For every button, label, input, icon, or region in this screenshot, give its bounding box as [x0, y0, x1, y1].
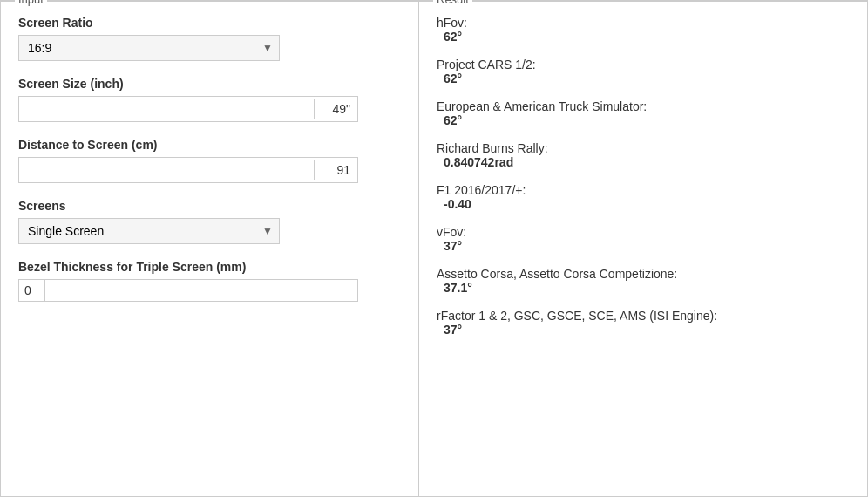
result-label-0: hFov: [437, 16, 850, 30]
screens-group: Screens Single Screen Triple Screen ▼ [18, 199, 401, 244]
distance-label: Distance to Screen (cm) [18, 138, 401, 152]
screens-select-wrapper: Single Screen Triple Screen ▼ [18, 218, 280, 244]
screen-size-group: Screen Size (inch) 49" [18, 77, 401, 122]
distance-group: Distance to Screen (cm) 91 [18, 138, 401, 183]
result-value-1: 62° [437, 71, 850, 85]
result-item-7: rFactor 1 & 2, GSC, GSCE, SCE, AMS (ISI … [437, 309, 850, 337]
right-panel: Result hFov:62°Project CARS 1/2:62°Europ… [419, 1, 867, 496]
result-item-4: F1 2016/2017/+:-0.40 [437, 183, 850, 211]
screen-ratio-group: Screen Ratio 16:9 21:9 4:3 5:4 ▼ [18, 16, 401, 61]
result-label-1: Project CARS 1/2: [437, 58, 850, 71]
result-value-6: 37.1° [437, 281, 850, 295]
screen-ratio-label: Screen Ratio [18, 16, 401, 30]
distance-value[interactable]: 91 [314, 160, 357, 180]
input-panel-title: Input [15, 0, 47, 6]
result-label-5: vFov: [437, 225, 850, 239]
result-item-5: vFov:37° [437, 225, 850, 253]
screen-ratio-select[interactable]: 16:9 21:9 4:3 5:4 [18, 35, 280, 61]
result-label-4: F1 2016/2017/+: [437, 183, 850, 197]
left-panel: Input Screen Ratio 16:9 21:9 4:3 5:4 ▼ S… [1, 1, 419, 496]
screen-size-value[interactable]: 49" [314, 99, 357, 119]
result-label-6: Assetto Corsa, Assetto Corsa Competizion… [437, 267, 850, 281]
bezel-label: Bezel Thickness for Triple Screen (mm) [18, 260, 401, 274]
result-item-3: Richard Burns Rally:0.840742rad [437, 141, 850, 169]
result-item-1: Project CARS 1/2:62° [437, 58, 850, 85]
result-value-3: 0.840742rad [437, 155, 850, 169]
distance-input-wrapper: 91 [18, 157, 358, 183]
bezel-prefix: 0 [19, 280, 45, 301]
screen-size-input-wrapper: 49" [18, 96, 358, 122]
result-label-2: European & American Truck Simulator: [437, 99, 850, 113]
screen-ratio-select-wrapper: 16:9 21:9 4:3 5:4 ▼ [18, 35, 280, 61]
result-value-7: 37° [437, 323, 850, 337]
result-label-3: Richard Burns Rally: [437, 141, 850, 155]
screens-label: Screens [18, 199, 401, 213]
bezel-input-wrapper: 0 [18, 279, 358, 302]
screen-size-label: Screen Size (inch) [18, 77, 401, 91]
result-item-6: Assetto Corsa, Assetto Corsa Competizion… [437, 267, 850, 295]
results-container: hFov:62°Project CARS 1/2:62°European & A… [437, 16, 850, 337]
result-value-4: -0.40 [437, 197, 850, 211]
result-panel-title: Result [433, 0, 472, 6]
screens-select[interactable]: Single Screen Triple Screen [18, 218, 280, 244]
bezel-group: Bezel Thickness for Triple Screen (mm) 0 [18, 260, 401, 302]
bezel-input[interactable] [45, 280, 357, 301]
result-value-2: 62° [437, 113, 850, 127]
result-value-0: 62° [437, 30, 850, 44]
result-value-5: 37° [437, 239, 850, 253]
result-item-2: European & American Truck Simulator:62° [437, 99, 850, 127]
result-label-7: rFactor 1 & 2, GSC, GSCE, SCE, AMS (ISI … [437, 309, 850, 323]
distance-spacer [19, 158, 314, 182]
screen-size-spacer [19, 97, 314, 121]
result-item-0: hFov:62° [437, 16, 850, 44]
